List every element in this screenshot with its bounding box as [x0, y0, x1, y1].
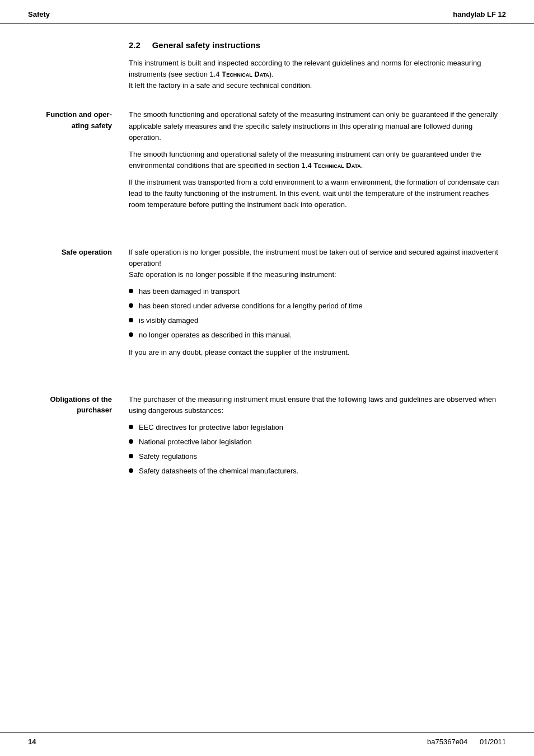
bullet-icon [129, 439, 133, 444]
list-item: no longer operates as described in this … [129, 330, 506, 341]
list-item: has been damaged in transport [129, 286, 506, 297]
footer-doc-info: ba75367e04 01/2011 [427, 738, 506, 746]
safe-operation-label: Safe operation [28, 247, 129, 364]
section-label-empty [28, 40, 129, 97]
obligations-section: Obligations of the purchaser The purchas… [28, 394, 506, 483]
bullet-icon [129, 332, 133, 337]
list-item: is visibly damaged [129, 315, 506, 326]
function-safety-para-2: The smooth functioning and operational s… [129, 149, 506, 171]
function-safety-para-3: If the instrument was transported from a… [129, 177, 506, 210]
bullet-icon [129, 289, 133, 293]
list-item: EEC directives for protective labor legi… [129, 422, 506, 433]
intro-para-1: This instrument is built and inspected a… [129, 58, 506, 91]
obligations-intro: The purchaser of the measuring instrumen… [129, 394, 506, 416]
header-left-label: Safety [28, 10, 50, 18]
bullet-icon [129, 454, 133, 458]
bullet-icon [129, 425, 133, 429]
list-item: has been stored under adverse conditions… [129, 300, 506, 312]
obligations-body: The purchaser of the measuring instrumen… [129, 394, 506, 483]
safe-operation-bullets: has been damaged in transport has been s… [129, 286, 506, 341]
safe-operation-outro: If you are in any doubt, please contact … [129, 347, 506, 358]
section-title: 2.2 General safety instructions [129, 40, 506, 50]
header-right-label: handylab LF 12 [453, 10, 506, 18]
list-item: National protective labor legislation [129, 436, 506, 448]
page-content: 2.2 General safety instructions This ins… [0, 40, 534, 541]
section-title-text: General safety instructions [152, 40, 260, 50]
bullet-icon [129, 468, 133, 473]
function-safety-label: Function and oper- ating safety [28, 109, 129, 216]
obligations-label: Obligations of the purchaser [28, 394, 129, 483]
footer-page-number: 14 [28, 738, 36, 746]
page-header: Safety handylab LF 12 [0, 0, 534, 24]
section-2-2-heading: 2.2 General safety instructions This ins… [28, 40, 506, 97]
list-item: Safety regulations [129, 451, 506, 462]
page: Safety handylab LF 12 2.2 General safety… [0, 0, 534, 756]
function-safety-para-1: The smooth functioning and operational s… [129, 109, 506, 143]
function-safety-body: The smooth functioning and operational s… [129, 109, 506, 216]
section-2-2-content: 2.2 General safety instructions This ins… [129, 40, 506, 97]
list-item: Safety datasheets of the chemical manufa… [129, 466, 506, 477]
bullet-icon [129, 303, 133, 308]
safe-operation-section: Safe operation If safe operation is no l… [28, 247, 506, 364]
section-number: 2.2 [129, 40, 140, 50]
safe-operation-body: If safe operation is no longer possible,… [129, 247, 506, 364]
safe-operation-intro: If safe operation is no longer possible,… [129, 247, 506, 280]
bullet-icon [129, 318, 133, 322]
page-footer: 14 ba75367e04 01/2011 [0, 732, 534, 756]
function-safety-section: Function and oper- ating safety The smoo… [28, 109, 506, 216]
obligations-bullets: EEC directives for protective labor legi… [129, 422, 506, 477]
